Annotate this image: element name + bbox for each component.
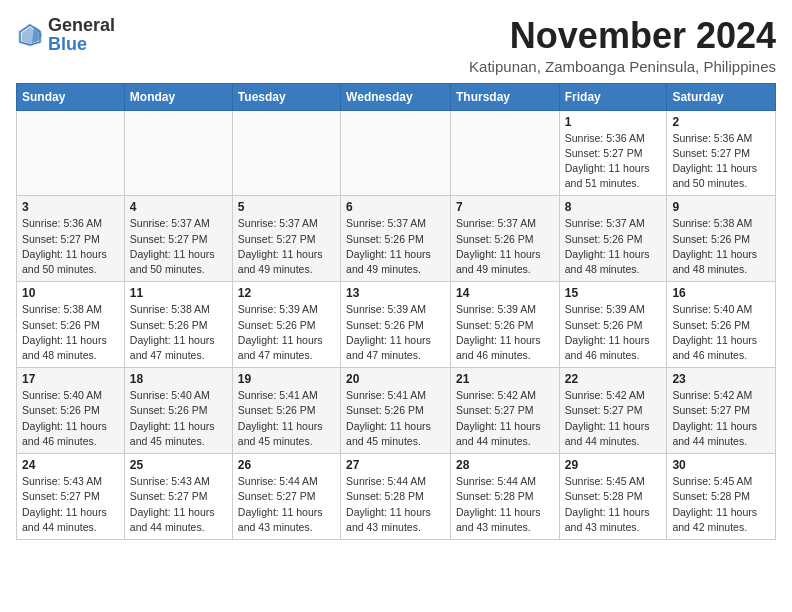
day-number: 1 <box>565 115 662 129</box>
day-info: Sunrise: 5:44 AM Sunset: 5:28 PM Dayligh… <box>456 474 554 535</box>
week-row-4: 17Sunrise: 5:40 AM Sunset: 5:26 PM Dayli… <box>17 368 776 454</box>
calendar-cell: 30Sunrise: 5:45 AM Sunset: 5:28 PM Dayli… <box>667 454 776 540</box>
day-info: Sunrise: 5:37 AM Sunset: 5:26 PM Dayligh… <box>456 216 554 277</box>
day-number: 8 <box>565 200 662 214</box>
calendar-cell: 16Sunrise: 5:40 AM Sunset: 5:26 PM Dayli… <box>667 282 776 368</box>
day-number: 25 <box>130 458 227 472</box>
day-info: Sunrise: 5:38 AM Sunset: 5:26 PM Dayligh… <box>22 302 119 363</box>
calendar-cell: 19Sunrise: 5:41 AM Sunset: 5:26 PM Dayli… <box>232 368 340 454</box>
day-number: 28 <box>456 458 554 472</box>
calendar-cell: 15Sunrise: 5:39 AM Sunset: 5:26 PM Dayli… <box>559 282 667 368</box>
calendar-cell: 8Sunrise: 5:37 AM Sunset: 5:26 PM Daylig… <box>559 196 667 282</box>
weekday-header-thursday: Thursday <box>450 83 559 110</box>
calendar-cell: 17Sunrise: 5:40 AM Sunset: 5:26 PM Dayli… <box>17 368 125 454</box>
day-number: 11 <box>130 286 227 300</box>
calendar-cell: 4Sunrise: 5:37 AM Sunset: 5:27 PM Daylig… <box>124 196 232 282</box>
day-number: 24 <box>22 458 119 472</box>
calendar-cell: 3Sunrise: 5:36 AM Sunset: 5:27 PM Daylig… <box>17 196 125 282</box>
day-info: Sunrise: 5:41 AM Sunset: 5:26 PM Dayligh… <box>238 388 335 449</box>
day-number: 21 <box>456 372 554 386</box>
day-number: 14 <box>456 286 554 300</box>
calendar-cell: 20Sunrise: 5:41 AM Sunset: 5:26 PM Dayli… <box>341 368 451 454</box>
calendar-cell: 22Sunrise: 5:42 AM Sunset: 5:27 PM Dayli… <box>559 368 667 454</box>
day-number: 27 <box>346 458 445 472</box>
logo-blue: Blue <box>48 34 87 54</box>
day-number: 6 <box>346 200 445 214</box>
day-info: Sunrise: 5:42 AM Sunset: 5:27 PM Dayligh… <box>565 388 662 449</box>
day-number: 4 <box>130 200 227 214</box>
day-info: Sunrise: 5:36 AM Sunset: 5:27 PM Dayligh… <box>565 131 662 192</box>
day-info: Sunrise: 5:38 AM Sunset: 5:26 PM Dayligh… <box>130 302 227 363</box>
calendar-cell <box>450 110 559 196</box>
day-info: Sunrise: 5:40 AM Sunset: 5:26 PM Dayligh… <box>130 388 227 449</box>
day-number: 17 <box>22 372 119 386</box>
day-info: Sunrise: 5:40 AM Sunset: 5:26 PM Dayligh… <box>672 302 770 363</box>
header: General Blue November 2024 Katipunan, Za… <box>16 16 776 75</box>
day-number: 19 <box>238 372 335 386</box>
logo: General Blue <box>16 16 115 54</box>
day-info: Sunrise: 5:42 AM Sunset: 5:27 PM Dayligh… <box>672 388 770 449</box>
calendar-cell <box>17 110 125 196</box>
day-number: 15 <box>565 286 662 300</box>
calendar-cell: 7Sunrise: 5:37 AM Sunset: 5:26 PM Daylig… <box>450 196 559 282</box>
week-row-2: 3Sunrise: 5:36 AM Sunset: 5:27 PM Daylig… <box>17 196 776 282</box>
calendar-cell: 13Sunrise: 5:39 AM Sunset: 5:26 PM Dayli… <box>341 282 451 368</box>
day-number: 22 <box>565 372 662 386</box>
day-number: 23 <box>672 372 770 386</box>
weekday-header-tuesday: Tuesday <box>232 83 340 110</box>
calendar-cell: 6Sunrise: 5:37 AM Sunset: 5:26 PM Daylig… <box>341 196 451 282</box>
day-number: 5 <box>238 200 335 214</box>
week-row-1: 1Sunrise: 5:36 AM Sunset: 5:27 PM Daylig… <box>17 110 776 196</box>
calendar-cell: 25Sunrise: 5:43 AM Sunset: 5:27 PM Dayli… <box>124 454 232 540</box>
day-info: Sunrise: 5:44 AM Sunset: 5:28 PM Dayligh… <box>346 474 445 535</box>
calendar-cell: 29Sunrise: 5:45 AM Sunset: 5:28 PM Dayli… <box>559 454 667 540</box>
weekday-header-friday: Friday <box>559 83 667 110</box>
calendar-cell: 2Sunrise: 5:36 AM Sunset: 5:27 PM Daylig… <box>667 110 776 196</box>
calendar-cell: 12Sunrise: 5:39 AM Sunset: 5:26 PM Dayli… <box>232 282 340 368</box>
day-info: Sunrise: 5:45 AM Sunset: 5:28 PM Dayligh… <box>565 474 662 535</box>
day-number: 29 <box>565 458 662 472</box>
calendar-cell: 5Sunrise: 5:37 AM Sunset: 5:27 PM Daylig… <box>232 196 340 282</box>
day-number: 20 <box>346 372 445 386</box>
calendar-cell <box>341 110 451 196</box>
week-row-5: 24Sunrise: 5:43 AM Sunset: 5:27 PM Dayli… <box>17 454 776 540</box>
calendar-cell: 21Sunrise: 5:42 AM Sunset: 5:27 PM Dayli… <box>450 368 559 454</box>
title-area: November 2024 Katipunan, Zamboanga Penin… <box>469 16 776 75</box>
calendar: SundayMondayTuesdayWednesdayThursdayFrid… <box>16 83 776 540</box>
day-info: Sunrise: 5:41 AM Sunset: 5:26 PM Dayligh… <box>346 388 445 449</box>
subtitle: Katipunan, Zamboanga Peninsula, Philippi… <box>469 58 776 75</box>
calendar-cell: 11Sunrise: 5:38 AM Sunset: 5:26 PM Dayli… <box>124 282 232 368</box>
calendar-cell: 24Sunrise: 5:43 AM Sunset: 5:27 PM Dayli… <box>17 454 125 540</box>
day-info: Sunrise: 5:40 AM Sunset: 5:26 PM Dayligh… <box>22 388 119 449</box>
weekday-header-monday: Monday <box>124 83 232 110</box>
calendar-cell: 1Sunrise: 5:36 AM Sunset: 5:27 PM Daylig… <box>559 110 667 196</box>
logo-icon <box>16 21 44 49</box>
day-info: Sunrise: 5:43 AM Sunset: 5:27 PM Dayligh… <box>130 474 227 535</box>
day-info: Sunrise: 5:38 AM Sunset: 5:26 PM Dayligh… <box>672 216 770 277</box>
day-info: Sunrise: 5:39 AM Sunset: 5:26 PM Dayligh… <box>456 302 554 363</box>
weekday-header-saturday: Saturday <box>667 83 776 110</box>
day-number: 16 <box>672 286 770 300</box>
calendar-cell <box>124 110 232 196</box>
day-info: Sunrise: 5:39 AM Sunset: 5:26 PM Dayligh… <box>346 302 445 363</box>
day-number: 7 <box>456 200 554 214</box>
day-info: Sunrise: 5:37 AM Sunset: 5:27 PM Dayligh… <box>130 216 227 277</box>
calendar-cell: 18Sunrise: 5:40 AM Sunset: 5:26 PM Dayli… <box>124 368 232 454</box>
month-title: November 2024 <box>469 16 776 56</box>
day-number: 18 <box>130 372 227 386</box>
day-number: 26 <box>238 458 335 472</box>
calendar-cell <box>232 110 340 196</box>
day-info: Sunrise: 5:37 AM Sunset: 5:26 PM Dayligh… <box>346 216 445 277</box>
weekday-header-wednesday: Wednesday <box>341 83 451 110</box>
calendar-cell: 27Sunrise: 5:44 AM Sunset: 5:28 PM Dayli… <box>341 454 451 540</box>
logo-general: General <box>48 15 115 35</box>
calendar-cell: 23Sunrise: 5:42 AM Sunset: 5:27 PM Dayli… <box>667 368 776 454</box>
day-info: Sunrise: 5:45 AM Sunset: 5:28 PM Dayligh… <box>672 474 770 535</box>
day-number: 9 <box>672 200 770 214</box>
day-info: Sunrise: 5:37 AM Sunset: 5:27 PM Dayligh… <box>238 216 335 277</box>
day-info: Sunrise: 5:39 AM Sunset: 5:26 PM Dayligh… <box>565 302 662 363</box>
day-info: Sunrise: 5:43 AM Sunset: 5:27 PM Dayligh… <box>22 474 119 535</box>
day-info: Sunrise: 5:42 AM Sunset: 5:27 PM Dayligh… <box>456 388 554 449</box>
day-number: 3 <box>22 200 119 214</box>
day-info: Sunrise: 5:39 AM Sunset: 5:26 PM Dayligh… <box>238 302 335 363</box>
